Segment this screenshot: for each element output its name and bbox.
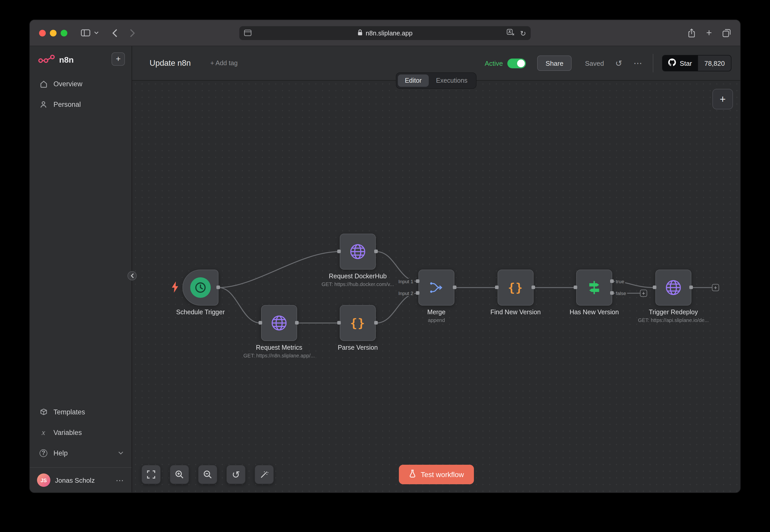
tab-editor[interactable]: Editor (398, 74, 429, 87)
tidy-workflow-button[interactable] (255, 465, 274, 484)
add-tag-button[interactable]: + Add tag (210, 60, 238, 67)
node-has-new-version: Has New Version (576, 270, 612, 306)
browser-window: n8n.sliplane.app ↻ (29, 20, 741, 493)
forward-button[interactable] (129, 29, 135, 37)
user-name: Jonas Scholz (55, 476, 111, 484)
user-more-icon[interactable]: ⋯ (116, 475, 124, 485)
branch-false-label: false (615, 290, 627, 296)
zoom-out-button[interactable] (198, 465, 218, 484)
input-port[interactable] (573, 286, 577, 289)
node-box[interactable] (418, 270, 454, 306)
add-workflow-button[interactable]: + (111, 52, 125, 66)
page-settings-icon[interactable] (244, 29, 252, 39)
sidebar: n8n + Overview (30, 46, 132, 492)
sidebar-item-overview[interactable]: Overview (30, 73, 131, 94)
brand: n8n + (30, 46, 131, 73)
node-box[interactable] (655, 270, 691, 306)
zoom-window-button[interactable] (61, 30, 67, 36)
translate-icon[interactable] (507, 29, 515, 38)
sidebar-item-label: Variables (53, 429, 82, 436)
node-request-metrics: Request Metrics GET: https://n8n.sliplan… (261, 305, 297, 341)
new-tab-icon[interactable]: + (706, 27, 712, 39)
node-request-dockerhub: Request DockerHub GET: https://hub.docke… (340, 234, 376, 270)
input-port[interactable] (337, 250, 341, 253)
canvas-controls: ↺ (141, 465, 274, 484)
node-label: Request DockerHub (329, 273, 387, 280)
merge-input1-label: Input 1 (397, 279, 414, 284)
output-port[interactable] (295, 321, 299, 325)
clock-icon (190, 277, 211, 298)
share-page-icon[interactable] (687, 28, 696, 38)
active-label: Active (485, 59, 503, 67)
reset-view-button[interactable]: ↺ (226, 465, 246, 484)
output-port[interactable] (374, 250, 378, 253)
node-parse-version: {} Parse Version (340, 305, 376, 341)
node-box[interactable] (340, 234, 376, 270)
output-port[interactable] (610, 279, 614, 283)
tab-executions[interactable]: Executions (429, 74, 475, 87)
variables-icon: x (39, 428, 48, 437)
tab-overview-icon[interactable] (722, 29, 731, 37)
node-box[interactable]: {} (497, 270, 533, 306)
node-box[interactable] (576, 270, 612, 306)
chevron-down-icon[interactable] (94, 31, 99, 34)
test-workflow-button[interactable]: Test workflow (399, 465, 474, 484)
output-port[interactable] (531, 286, 535, 289)
node-label: Schedule Trigger (176, 309, 225, 316)
address-bar[interactable]: n8n.sliplane.app ↻ (239, 26, 531, 40)
sidebar-item-label: Personal (53, 100, 81, 108)
output-port[interactable] (610, 291, 614, 295)
header-actions: Active Share Saved ↺ ⋯ (485, 54, 731, 72)
fit-view-button[interactable] (141, 465, 161, 484)
templates-icon (39, 408, 48, 416)
sidebar-item-templates[interactable]: Templates (30, 402, 131, 422)
output-port[interactable] (689, 286, 693, 289)
back-button[interactable] (112, 29, 118, 37)
add-node-from-output-button[interactable]: + (712, 284, 719, 291)
add-node-from-false-button[interactable]: + (640, 290, 647, 297)
code-braces-icon: {} (350, 316, 365, 330)
node-trigger-redeploy: Trigger Redeploy GET: https://api.slipla… (655, 270, 691, 306)
sidebar-item-personal[interactable]: Personal (30, 94, 131, 115)
node-sublabel: GET: https://hub.docker.com/v... (322, 281, 394, 287)
star-count: 78,820 (698, 55, 731, 71)
input-port[interactable] (416, 279, 419, 283)
close-window-button[interactable] (39, 30, 46, 36)
globe-icon (270, 314, 288, 332)
output-port[interactable] (217, 286, 220, 289)
input-port[interactable] (337, 321, 341, 325)
input-port[interactable] (259, 321, 262, 325)
input-port[interactable] (653, 286, 657, 289)
node-label: Merge (427, 309, 446, 316)
output-port[interactable] (453, 286, 456, 289)
browser-toolbar: n8n.sliplane.app ↻ (30, 20, 740, 46)
user-menu[interactable]: JS Jonas Scholz ⋯ (30, 467, 131, 492)
minimize-window-button[interactable] (50, 30, 56, 36)
sidebar-item-variables[interactable]: x Variables (30, 422, 131, 443)
input-port[interactable] (416, 291, 419, 295)
workflow-title[interactable]: Update n8n (149, 59, 191, 68)
workflow-more-icon[interactable]: ⋯ (634, 58, 643, 69)
github-star-widget[interactable]: Star 78,820 (662, 55, 731, 71)
globe-icon (349, 242, 367, 261)
workflow-canvas[interactable]: Schedule Trigger Request DockerHub GET: … (132, 81, 740, 492)
add-node-button[interactable]: + (712, 89, 733, 109)
node-box[interactable]: {} (340, 305, 376, 341)
output-port[interactable] (374, 321, 378, 325)
node-box[interactable] (261, 305, 297, 341)
reload-icon[interactable]: ↻ (520, 29, 526, 37)
zoom-in-button[interactable] (169, 465, 189, 484)
node-box[interactable] (182, 270, 219, 306)
sidebar-item-help[interactable]: ? Help (30, 443, 131, 463)
share-button[interactable]: Share (537, 55, 571, 71)
home-icon (39, 80, 48, 88)
merge-icon (428, 279, 445, 296)
sidebar-toggle-icon[interactable] (81, 29, 90, 37)
merge-input2-label: Input 2 (397, 290, 414, 296)
node-label: Has New Version (569, 309, 619, 316)
collapse-sidebar-button[interactable] (127, 271, 137, 280)
active-toggle[interactable] (507, 58, 526, 68)
execute-trigger-icon[interactable] (171, 281, 179, 295)
history-icon[interactable]: ↺ (615, 58, 622, 68)
input-port[interactable] (495, 286, 498, 289)
